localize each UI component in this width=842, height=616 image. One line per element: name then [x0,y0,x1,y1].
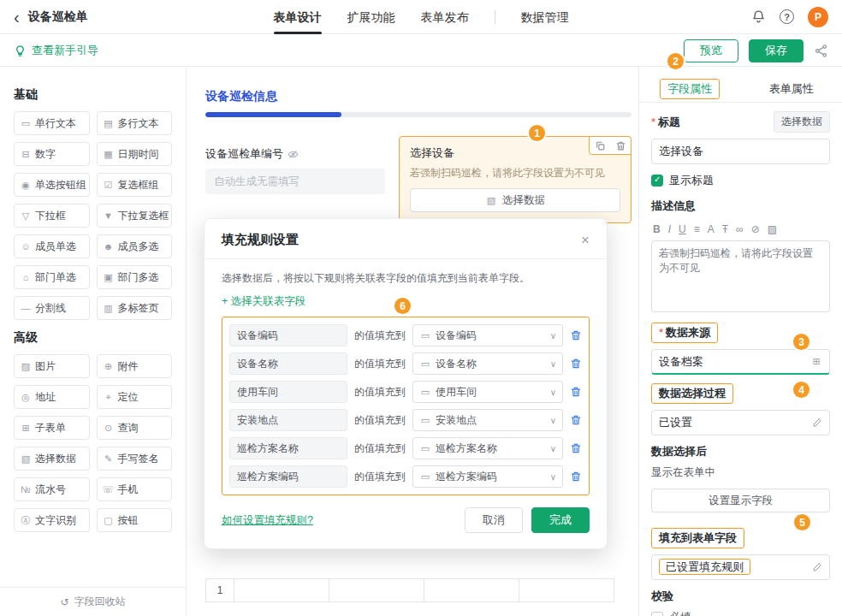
font-size-icon[interactable]: Ŧ [722,223,728,235]
trash-icon [615,140,626,151]
subform-cell[interactable] [329,578,424,602]
delete-rule-button[interactable] [570,386,582,398]
rule-target-select[interactable]: ▭ 设备编码 ∨ [412,324,563,346]
rule-target-select[interactable]: ▭ 巡检方案编码 ∨ [412,465,563,488]
palette-item-multi-line-text[interactable]: ▤多行文本 [97,111,173,135]
palette-item-number[interactable]: ⊟数字 [14,142,90,166]
image-icon[interactable]: ▨ [768,223,777,235]
field-select-device-selected[interactable]: 选择设备 若强制扫码巡检，请将此字段设置为不可见 ▧ 选择数据 [399,136,632,223]
rule-target-select[interactable]: ▭ 设备名称 ∨ [412,352,563,375]
back-button[interactable]: ‹ [14,9,20,26]
modal-close-button[interactable]: × [581,233,590,247]
palette-item-phone[interactable]: ☏手机 [97,477,173,501]
align-icon[interactable]: ≡ [694,223,700,235]
palette-item-dept-multi[interactable]: ▣部门多选 [97,265,173,289]
delete-rule-button[interactable] [570,471,582,483]
cancel-button[interactable]: 取消 [465,507,523,533]
preview-button[interactable]: 预览 [684,39,738,62]
how-to-set-rules-link[interactable]: 如何设置填充规则? [222,513,465,528]
palette-item-dept-single[interactable]: ⌂部门单选 [14,265,90,289]
save-button[interactable]: 保存 [749,39,803,62]
palette-item-signature[interactable]: ✎手写签名 [97,447,173,471]
share-icon[interactable] [814,44,828,58]
title-input[interactable]: 选择设备 [651,139,830,164]
field-type-label: 地址 [35,390,56,405]
palette-item-checkbox-group[interactable]: ☑复选框组 [97,173,173,197]
palette-item-address[interactable]: ◎地址 [14,385,90,409]
select-process-input[interactable]: 已设置 [651,410,830,435]
underline-icon[interactable]: U [679,223,686,235]
edit-icon[interactable] [812,562,822,572]
palette-item-single-line-text[interactable]: ▭单行文本 [14,111,90,135]
set-display-fields-button[interactable]: 设置显示字段 [651,489,830,512]
palette-item-tabs[interactable]: ▥多标签页 [97,296,173,320]
confirm-button[interactable]: 完成 [531,507,590,533]
edit-icon[interactable] [812,418,822,428]
field-recycle-bin[interactable]: ↺ 字段回收站 [0,587,186,616]
palette-item-select[interactable]: ▽下拉框 [14,204,90,228]
tab-form-publish[interactable]: 表单发布 [421,0,469,34]
add-related-field-link[interactable]: + 选择关联表字段 [222,294,305,309]
palette-item-select-data[interactable]: ▧选择数据 [14,447,90,471]
clear-format-icon[interactable]: ⊘ [751,223,760,235]
palette-item-button[interactable]: ▢按钮 [97,508,173,532]
subform-cell[interactable] [424,578,519,602]
tab-extensions[interactable]: 扩展功能 [347,0,395,34]
header-actions: ? P [751,7,828,27]
rule-target-select[interactable]: ▭ 安装地点 ∨ [412,409,563,431]
delete-rule-button[interactable] [570,414,582,426]
palette-item-member-single[interactable]: ☺成员单选 [14,234,90,258]
palette-item-radio-group[interactable]: ◉单选按钮组 [14,173,90,197]
tab-data-management[interactable]: 数据管理 [521,0,569,34]
rule-target-select[interactable]: ▭ 巡检方案名称 ∨ [412,437,563,459]
fill-rules-value: 已设置填充规则 [659,560,812,575]
delete-rule-button[interactable] [570,329,582,341]
bold-icon[interactable]: B [653,223,661,235]
palette-item-attachment[interactable]: ⊕附件 [97,354,173,378]
palette-item-member-multi[interactable]: ☻成员多选 [97,234,173,258]
form-section-title[interactable]: 设备巡检信息 [205,89,632,104]
rule-row: 巡检方案名称 的值填充到 ▭ 巡检方案名称 ∨ [229,437,582,459]
link-icon[interactable]: ∞ [736,223,744,235]
description-input[interactable]: 若强制扫码巡检，请将此字段设置为不可见 [651,240,830,312]
title-select-data-button[interactable]: 选择数据 [774,111,830,133]
rule-target-select[interactable]: ▭ 使用车间 ∨ [412,381,563,403]
beginner-guide-link[interactable]: 查看新手引导 [32,43,98,58]
inspection-code-input[interactable]: 自动生成无需填写 [205,169,385,194]
palette-item-ocr[interactable]: Ⓐ文字识别 [14,508,90,532]
field-type-label: 文字识别 [35,513,76,528]
palette-item-subform[interactable]: ⊞子表单 [14,416,90,440]
duplicate-field-button[interactable] [590,137,610,154]
fill-rules-input[interactable]: 已设置填充规则 [651,554,830,580]
palette-item-serial-number[interactable]: №流水号 [14,477,90,501]
delete-rule-button[interactable] [570,442,582,454]
field-inspection-code[interactable]: 设备巡检单编号 自动生成无需填写 [205,136,385,194]
help-icon[interactable]: ? [780,9,794,24]
field-type-label: 成员多选 [118,240,159,254]
show-title-checkbox[interactable]: 显示标题 [651,173,830,188]
delete-rule-button[interactable] [570,358,582,370]
avatar[interactable]: P [808,7,828,27]
data-source-input[interactable]: 设备档案 ⊞ [651,349,830,375]
palette-item-divider[interactable]: ―分割线 [14,296,90,320]
italic-icon[interactable]: I [668,223,671,235]
palette-item-query[interactable]: ⊙查询 [97,416,173,440]
tab-form-design[interactable]: 表单设计 [274,0,322,34]
palette-item-datetime[interactable]: ▦日期时间 [97,142,173,166]
palette-item-image[interactable]: ▨图片 [14,354,90,378]
tab-form-properties[interactable]: 表单属性 [741,81,842,97]
field-type-icon: ▨ [20,361,32,372]
palette-item-location[interactable]: ⌖定位 [97,385,173,409]
subform-cell[interactable] [234,578,329,602]
delete-field-button[interactable] [610,137,631,154]
advanced-fields-grid: ▨图片 ⊕附件 ◎地址 ⌖定位 ⊞子表单 ⊙查询 ▧选择数据 ✎手写签名 №流水… [14,354,172,532]
bell-icon[interactable] [751,9,766,24]
font-color-icon[interactable]: A [708,223,715,235]
data-source-picker-icon[interactable]: ⊞ [810,356,822,367]
basic-fields-grid: ▭单行文本 ▤多行文本 ⊟数字 ▦日期时间 ◉单选按钮组 ☑复选框组 ▽下拉框 … [14,111,172,320]
subform-cell[interactable] [519,578,614,602]
palette-item-multi-select[interactable]: ▼下拉复选框 [97,204,173,228]
select-data-button[interactable]: ▧ 选择数据 [410,188,620,212]
required-checkbox[interactable]: 必填 [651,610,830,616]
tab-field-properties[interactable]: 字段属性 [639,79,741,99]
